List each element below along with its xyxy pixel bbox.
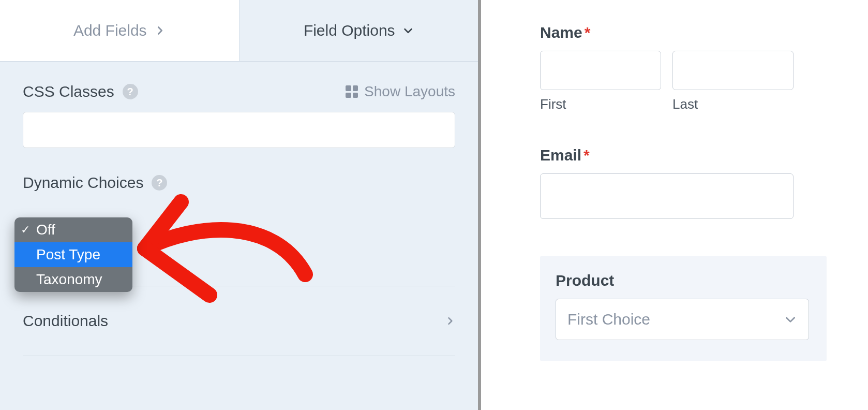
conditionals-row[interactable]: Conditionals [23,286,455,356]
sidebar-tabs: Add Fields Field Options [0,0,478,62]
check-icon: ✓ [20,223,31,237]
last-sublabel: Last [672,96,794,112]
field-options-body: CSS Classes ? Show Layouts Dynamic Choic… [0,62,478,356]
form-preview: Name* First Last Email* Product First Ch… [484,0,868,410]
dropdown-option-label: Taxonomy [36,271,102,288]
dropdown-option-label: Off [36,222,55,238]
required-asterisk: * [585,24,591,41]
show-layouts-label: Show Layouts [364,83,455,100]
label-text: Name [540,24,582,41]
label-text: Email [540,147,581,164]
email-field: Email* [540,147,868,219]
grid-icon [346,85,358,98]
email-input[interactable] [540,173,794,219]
field-label: Product [556,272,811,289]
builder-sidebar: Add Fields Field Options CSS Classes ? S… [0,0,481,410]
dropdown-option-label: Post Type [36,246,100,263]
first-sublabel: First [540,96,661,112]
field-label: Name* [540,24,868,41]
conditionals-label: Conditionals [23,312,108,330]
css-classes-label: CSS Classes [23,83,114,100]
last-name-input[interactable] [672,51,794,90]
css-classes-input[interactable] [23,112,455,148]
dynamic-choices-row: Dynamic Choices ? [23,174,455,192]
show-layouts-button[interactable]: Show Layouts [346,83,455,100]
chevron-down-icon [402,25,414,36]
help-icon[interactable]: ? [123,84,138,99]
divider [23,356,455,356]
chevron-right-icon [445,316,455,326]
first-name-input[interactable] [540,51,661,90]
field-label: Email* [540,147,868,164]
chevron-down-icon [784,313,797,326]
help-icon[interactable]: ? [152,175,167,191]
tab-field-options[interactable]: Field Options [240,0,478,62]
product-select-value: First Choice [567,311,650,328]
tab-label: Field Options [304,22,395,39]
tab-label: Add Fields [73,22,147,39]
tab-add-fields[interactable]: Add Fields [0,0,240,62]
name-field: Name* First Last [540,24,868,112]
css-classes-row: CSS Classes ? Show Layouts [23,83,455,100]
required-asterisk: * [583,147,590,164]
label-text: Product [556,272,614,289]
dynamic-choices-label: Dynamic Choices [23,174,143,192]
dropdown-option-off[interactable]: ✓ Off [14,217,132,242]
product-field: Product First Choice [540,256,827,361]
dropdown-option-taxonomy[interactable]: Taxonomy [14,267,132,292]
dynamic-choices-dropdown[interactable]: ✓ Off Post Type Taxonomy [14,217,132,292]
chevron-right-icon [154,25,166,36]
dropdown-option-post-type[interactable]: Post Type [14,242,132,267]
product-select[interactable]: First Choice [556,299,809,340]
